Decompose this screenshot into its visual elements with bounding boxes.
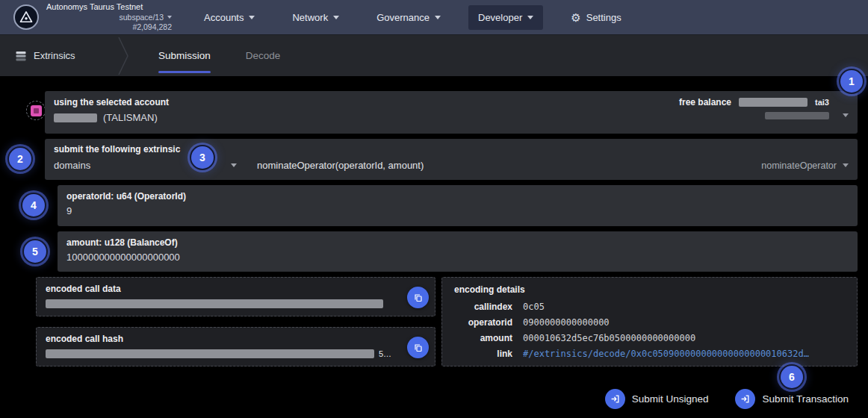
account-label: using the selected account [54, 97, 169, 107]
encoding-details-rows: callindex 0c05 operatorid 09000000000000… [454, 299, 845, 361]
free-balance-row: free balance tai3 [679, 97, 829, 107]
talisman-identicon [31, 105, 42, 116]
detail-key: callindex [454, 302, 512, 312]
method-select[interactable]: nominateOperator [761, 160, 849, 171]
extrinsics-page: Autonomys Taurus Testnet subspace/13 #2,… [0, 0, 868, 418]
account-source: (TALISMAN) [103, 112, 158, 123]
account-name-row: (TALISMAN) [54, 112, 169, 123]
param-amount[interactable]: amount: u128 (BalanceOf) 100000000000000… [58, 231, 858, 272]
free-balance-label: free balance [679, 97, 731, 107]
method-value: nominateOperator [761, 160, 837, 171]
sign-in-icon [735, 389, 755, 409]
submit-transaction-button[interactable]: Submit Transaction [735, 389, 849, 409]
account-select-card[interactable]: using the selected account (TALISMAN) fr… [45, 91, 858, 134]
submit-unsigned-label: Submit Unsigned [632, 393, 709, 405]
secondary-balance-row [765, 112, 829, 119]
identicon-pattern [34, 108, 39, 113]
actions-bar: Submit Unsigned Submit Transaction [605, 389, 849, 409]
detail-value: 000010632d5ec76b0500000000000000 [523, 333, 695, 343]
copy-icon [414, 293, 423, 302]
redacted-account-name [54, 113, 97, 122]
redacted-call-hash [46, 349, 374, 358]
encoded-call-hash: encoded call hash 5… [36, 327, 435, 366]
detail-key: link [454, 349, 512, 359]
redacted-secondary-balance [765, 112, 829, 119]
account-dropdown-chevron-icon[interactable] [843, 113, 849, 117]
detail-row-amount: amount 000010632d5ec76b0500000000000000 [454, 330, 845, 346]
account-info: using the selected account (TALISMAN) [54, 97, 169, 128]
copy-call-hash-button[interactable] [407, 337, 429, 358]
detail-value: 0c05 [523, 302, 545, 312]
chevron-down-icon [231, 163, 237, 167]
detail-row-callindex: callindex 0c05 [454, 299, 845, 314]
encoded-call-hash-label: encoded call hash [46, 334, 426, 344]
encoded-call-data: encoded call data [36, 277, 435, 316]
encoded-call-data-value [46, 299, 426, 308]
detail-key: amount [454, 333, 512, 343]
annotation-step-2: 2 [9, 148, 31, 170]
content: using the selected account (TALISMAN) fr… [0, 0, 868, 418]
redacted-call-data [46, 299, 383, 308]
submit-unsigned-button[interactable]: Submit Unsigned [605, 389, 709, 409]
extrinsic-select-card: submit the following extrinsic domains n… [45, 139, 858, 180]
call-hash-tail: 5… [379, 349, 391, 358]
encoding-details: encoding details callindex 0c05 operator… [441, 277, 858, 366]
account-avatar[interactable] [26, 101, 46, 120]
detail-row-link: link #/extrinsics/decode/0x0c05090000000… [454, 346, 845, 361]
balance-unit: tai3 [815, 98, 829, 107]
redacted-balance-value [739, 98, 807, 107]
chevron-down-icon [843, 163, 849, 167]
copy-icon [414, 343, 423, 352]
annotation-step-3: 3 [191, 146, 214, 169]
annotation-step-5: 5 [24, 240, 46, 263]
param-operatorid-value[interactable]: 9 [66, 205, 849, 216]
detail-key: operatorid [454, 317, 512, 328]
copy-call-data-button[interactable] [407, 287, 429, 308]
submit-transaction-label: Submit Transaction [762, 393, 849, 405]
extrinsic-row: domains nominateOperator(operatorId, amo… [54, 160, 849, 171]
extrinsic-label: submit the following extrinsic [54, 144, 849, 155]
param-amount-value[interactable]: 100000000000000000000 [66, 252, 849, 263]
annotation-step-6: 6 [781, 366, 803, 388]
param-operatorid-label: operatorId: u64 (OperatorId) [66, 191, 849, 202]
annotation-step-1: 1 [840, 70, 863, 93]
encoding-details-title: encoding details [454, 284, 845, 295]
call-signature: nominateOperator(operatorId, amount) [257, 160, 424, 171]
encoded-call-data-label: encoded call data [46, 284, 426, 294]
encoded-call-hash-value: 5… [46, 349, 426, 358]
param-operatorid[interactable]: operatorId: u64 (OperatorId) 9 [58, 185, 858, 226]
sign-in-icon [605, 389, 625, 409]
param-amount-label: amount: u128 (BalanceOf) [66, 237, 849, 248]
balance-info: free balance tai3 [679, 97, 829, 128]
decode-link[interactable]: #/extrinsics/decode/0x0c0509000000000000… [523, 349, 809, 359]
detail-value: 0900000000000000 [523, 317, 610, 328]
annotation-step-4: 4 [22, 194, 45, 216]
pallet-value: domains [54, 160, 90, 171]
detail-row-operatorid: operatorid 0900000000000000 [454, 314, 845, 330]
